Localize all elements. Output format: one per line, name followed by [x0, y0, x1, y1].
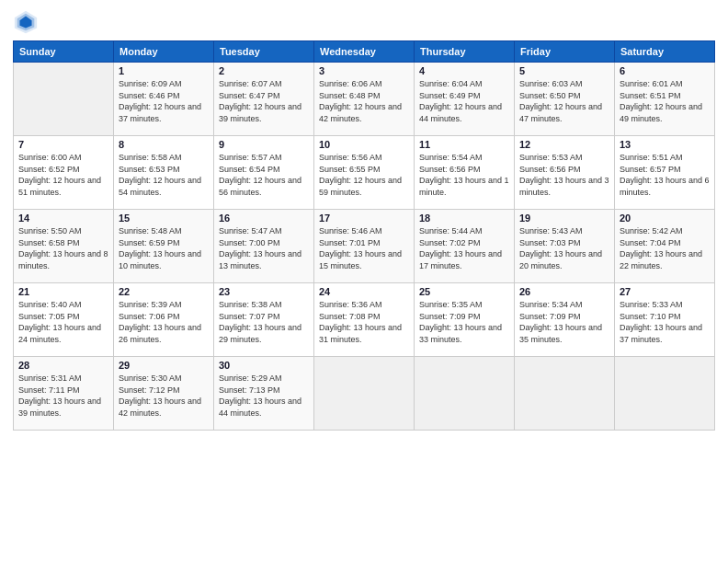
calendar-cell: 2Sunrise: 6:07 AMSunset: 6:47 PMDaylight…	[214, 63, 314, 136]
day-info: Sunrise: 5:53 AMSunset: 6:56 PMDaylight:…	[519, 152, 609, 198]
day-number: 20	[620, 213, 710, 224]
day-number: 27	[620, 286, 710, 297]
calendar-cell: 7Sunrise: 6:00 AMSunset: 6:52 PMDaylight…	[14, 136, 114, 210]
day-info: Sunrise: 6:01 AMSunset: 6:51 PMDaylight:…	[620, 78, 710, 124]
day-info: Sunrise: 5:40 AMSunset: 7:05 PMDaylight:…	[18, 299, 108, 345]
calendar-header-tuesday: Tuesday	[214, 41, 314, 63]
calendar-cell: 20Sunrise: 5:42 AMSunset: 7:04 PMDayligh…	[615, 210, 715, 283]
day-info: Sunrise: 5:31 AMSunset: 7:11 PMDaylight:…	[18, 373, 108, 419]
day-number: 15	[119, 213, 209, 224]
calendar-header-saturday: Saturday	[615, 41, 715, 63]
calendar-cell: 29Sunrise: 5:30 AMSunset: 7:12 PMDayligh…	[114, 357, 214, 431]
calendar-cell: 13Sunrise: 5:51 AMSunset: 6:57 PMDayligh…	[615, 136, 715, 210]
calendar-cell: 6Sunrise: 6:01 AMSunset: 6:51 PMDaylight…	[615, 63, 715, 136]
calendar-week-1: 1Sunrise: 6:09 AMSunset: 6:46 PMDaylight…	[14, 63, 715, 136]
calendar-cell: 19Sunrise: 5:43 AMSunset: 7:03 PMDayligh…	[515, 210, 615, 283]
day-number: 1	[119, 65, 209, 76]
calendar-cell: 4Sunrise: 6:04 AMSunset: 6:49 PMDaylight…	[415, 63, 515, 136]
day-number: 19	[519, 213, 609, 224]
calendar-cell	[515, 357, 615, 431]
calendar-cell: 3Sunrise: 6:06 AMSunset: 6:48 PMDaylight…	[314, 63, 415, 136]
day-number: 6	[620, 65, 710, 76]
day-info: Sunrise: 6:07 AMSunset: 6:47 PMDaylight:…	[219, 78, 309, 124]
day-info: Sunrise: 6:06 AMSunset: 6:48 PMDaylight:…	[319, 78, 409, 124]
calendar-cell	[615, 357, 715, 431]
calendar-cell: 10Sunrise: 5:56 AMSunset: 6:55 PMDayligh…	[314, 136, 415, 210]
day-info: Sunrise: 5:50 AMSunset: 6:58 PMDaylight:…	[18, 225, 108, 271]
day-number: 23	[219, 286, 309, 297]
logo	[13, 9, 42, 35]
day-info: Sunrise: 6:03 AMSunset: 6:50 PMDaylight:…	[519, 78, 609, 124]
calendar-cell: 17Sunrise: 5:46 AMSunset: 7:01 PMDayligh…	[314, 210, 415, 283]
calendar-header-friday: Friday	[515, 41, 615, 63]
day-number: 29	[119, 360, 209, 371]
calendar-week-2: 7Sunrise: 6:00 AMSunset: 6:52 PMDaylight…	[14, 136, 715, 210]
day-number: 12	[519, 139, 609, 150]
day-info: Sunrise: 6:04 AMSunset: 6:49 PMDaylight:…	[419, 78, 509, 124]
day-info: Sunrise: 5:44 AMSunset: 7:02 PMDaylight:…	[419, 225, 509, 271]
day-info: Sunrise: 5:42 AMSunset: 7:04 PMDaylight:…	[620, 225, 710, 271]
calendar-header-row: SundayMondayTuesdayWednesdayThursdayFrid…	[14, 41, 715, 63]
day-number: 10	[319, 139, 409, 150]
calendar-cell	[314, 357, 415, 431]
day-number: 18	[419, 213, 509, 224]
calendar-header-monday: Monday	[114, 41, 214, 63]
day-info: Sunrise: 5:56 AMSunset: 6:55 PMDaylight:…	[319, 152, 409, 198]
day-number: 28	[18, 360, 108, 371]
day-number: 11	[419, 139, 509, 150]
calendar-cell: 24Sunrise: 5:36 AMSunset: 7:08 PMDayligh…	[314, 283, 415, 357]
day-info: Sunrise: 5:33 AMSunset: 7:10 PMDaylight:…	[620, 299, 710, 345]
day-number: 4	[419, 65, 509, 76]
day-number: 8	[119, 139, 209, 150]
day-number: 14	[18, 213, 108, 224]
day-info: Sunrise: 5:36 AMSunset: 7:08 PMDaylight:…	[319, 299, 409, 345]
day-number: 5	[519, 65, 609, 76]
day-number: 3	[319, 65, 409, 76]
day-number: 16	[219, 213, 309, 224]
day-info: Sunrise: 6:09 AMSunset: 6:46 PMDaylight:…	[119, 78, 209, 124]
day-number: 2	[219, 65, 309, 76]
day-number: 25	[419, 286, 509, 297]
calendar-cell: 11Sunrise: 5:54 AMSunset: 6:56 PMDayligh…	[415, 136, 515, 210]
calendar-cell: 18Sunrise: 5:44 AMSunset: 7:02 PMDayligh…	[415, 210, 515, 283]
day-info: Sunrise: 5:43 AMSunset: 7:03 PMDaylight:…	[519, 225, 609, 271]
day-info: Sunrise: 5:46 AMSunset: 7:01 PMDaylight:…	[319, 225, 409, 271]
day-info: Sunrise: 5:54 AMSunset: 6:56 PMDaylight:…	[419, 152, 509, 198]
calendar-cell: 5Sunrise: 6:03 AMSunset: 6:50 PMDaylight…	[515, 63, 615, 136]
calendar-cell: 27Sunrise: 5:33 AMSunset: 7:10 PMDayligh…	[615, 283, 715, 357]
calendar-cell: 15Sunrise: 5:48 AMSunset: 6:59 PMDayligh…	[114, 210, 214, 283]
calendar-week-3: 14Sunrise: 5:50 AMSunset: 6:58 PMDayligh…	[14, 210, 715, 283]
calendar-week-4: 21Sunrise: 5:40 AMSunset: 7:05 PMDayligh…	[14, 283, 715, 357]
day-number: 9	[219, 139, 309, 150]
calendar-cell: 30Sunrise: 5:29 AMSunset: 7:13 PMDayligh…	[214, 357, 314, 431]
header	[13, 9, 715, 35]
calendar-cell: 9Sunrise: 5:57 AMSunset: 6:54 PMDaylight…	[214, 136, 314, 210]
calendar-header-wednesday: Wednesday	[314, 41, 415, 63]
day-info: Sunrise: 6:00 AMSunset: 6:52 PMDaylight:…	[18, 152, 108, 198]
day-number: 30	[219, 360, 309, 371]
calendar-cell: 14Sunrise: 5:50 AMSunset: 6:58 PMDayligh…	[14, 210, 114, 283]
calendar-cell: 25Sunrise: 5:35 AMSunset: 7:09 PMDayligh…	[415, 283, 515, 357]
calendar-cell: 22Sunrise: 5:39 AMSunset: 7:06 PMDayligh…	[114, 283, 214, 357]
day-number: 24	[319, 286, 409, 297]
day-number: 17	[319, 213, 409, 224]
day-number: 22	[119, 286, 209, 297]
day-info: Sunrise: 5:38 AMSunset: 7:07 PMDaylight:…	[219, 299, 309, 345]
day-info: Sunrise: 5:51 AMSunset: 6:57 PMDaylight:…	[620, 152, 710, 198]
day-info: Sunrise: 5:39 AMSunset: 7:06 PMDaylight:…	[119, 299, 209, 345]
day-number: 13	[620, 139, 710, 150]
logo-icon	[13, 9, 39, 35]
day-number: 21	[18, 286, 108, 297]
calendar-cell	[14, 63, 114, 136]
calendar-cell: 8Sunrise: 5:58 AMSunset: 6:53 PMDaylight…	[114, 136, 214, 210]
day-info: Sunrise: 5:34 AMSunset: 7:09 PMDaylight:…	[519, 299, 609, 345]
calendar-cell: 12Sunrise: 5:53 AMSunset: 6:56 PMDayligh…	[515, 136, 615, 210]
day-info: Sunrise: 5:30 AMSunset: 7:12 PMDaylight:…	[119, 373, 209, 419]
page: SundayMondayTuesdayWednesdayThursdayFrid…	[0, 0, 728, 563]
day-info: Sunrise: 5:57 AMSunset: 6:54 PMDaylight:…	[219, 152, 309, 198]
calendar-cell: 23Sunrise: 5:38 AMSunset: 7:07 PMDayligh…	[214, 283, 314, 357]
calendar: SundayMondayTuesdayWednesdayThursdayFrid…	[13, 40, 715, 431]
day-info: Sunrise: 5:48 AMSunset: 6:59 PMDaylight:…	[119, 225, 209, 271]
calendar-header-thursday: Thursday	[415, 41, 515, 63]
day-number: 26	[519, 286, 609, 297]
